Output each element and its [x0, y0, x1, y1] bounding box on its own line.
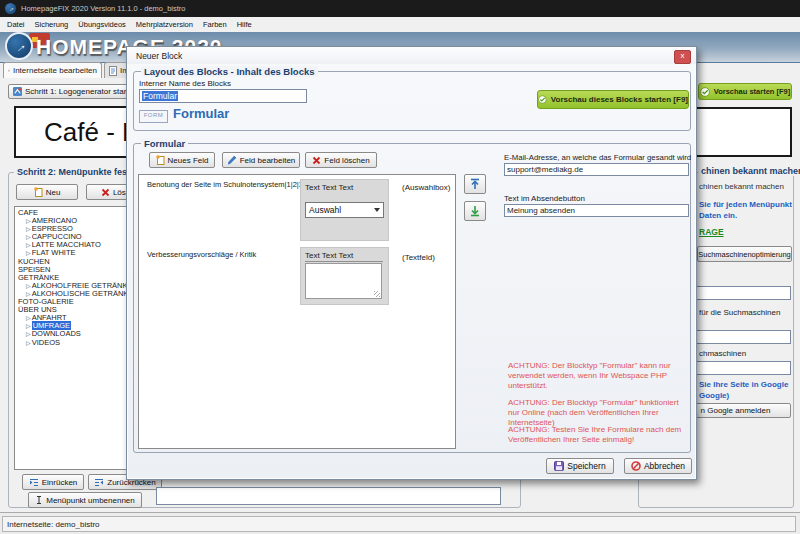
field-1-preview: Text Text Text Auswahl: [300, 179, 389, 241]
seo-button-label: Suchmaschinenoptimierung: [698, 250, 791, 259]
cancel-button[interactable]: Abbrechen: [624, 458, 692, 474]
move-field-up-button[interactable]: [464, 174, 486, 194]
rename-label: Menüpunkt umbenennen: [46, 496, 135, 505]
preview-start-button[interactable]: Vorschau starten [F9]: [698, 83, 792, 100]
field-1-caption: Text Text Text: [305, 183, 353, 192]
delete-x-icon: [312, 156, 321, 165]
menu-item-datei[interactable]: Datei: [7, 20, 25, 29]
field-2-caption: Text Text Text: [305, 251, 383, 262]
edit-field-button[interactable]: Feld bearbeiten: [222, 152, 300, 168]
delete-field-button[interactable]: Feld löschen: [305, 152, 377, 168]
indent-icon: [29, 478, 39, 487]
neuer-block-dialog: Neuer Block x Layout des Blocks - Inhalt…: [126, 46, 697, 480]
layout-group-label: Layout des Blocks - Inhalt des Blocks: [141, 66, 318, 77]
rename-cursor-icon: [35, 495, 43, 505]
dialog-title: Neuer Block: [136, 51, 182, 61]
field-2-type: (Textfeld): [402, 253, 435, 262]
chevron-down-icon: [374, 208, 380, 212]
send-button-text-value: Meinung absenden: [507, 206, 575, 215]
field-1-label: Benotung der Seite im Schulnotensystem|1…: [147, 180, 321, 189]
new-page-icon: [156, 155, 165, 165]
search-label-1: für die Suchmaschinen: [699, 308, 780, 317]
send-button-text-input[interactable]: Meinung absenden: [504, 204, 689, 217]
field-1-type: (Auswahlbox): [402, 183, 450, 192]
home-icon: [8, 66, 10, 75]
step3-hint-line1: Sie für jeden Menüpunkt: [699, 200, 792, 209]
tab-label: Internetseite bearbeiten: [13, 66, 97, 75]
cancel-label: Abbrechen: [644, 461, 685, 471]
rename-input[interactable]: [156, 487, 501, 505]
warning-php: ACHTUNG: Der Blocktyp "Formular" kann nu…: [508, 361, 684, 390]
delete-field-label: Feld löschen: [324, 156, 369, 165]
menu-new-button[interactable]: Neu: [16, 184, 78, 200]
step1-label: Schritt 1: Logogenerator starten: [25, 87, 138, 96]
preview-start-label: Vorschau starten [F9]: [714, 87, 791, 96]
selected-text: Formular: [142, 91, 178, 101]
email-label: E-Mail-Adresse, an welche das Formular g…: [504, 153, 691, 162]
resize-grip-icon[interactable]: [374, 291, 380, 297]
step3-group-label: chinen bekannt machen: [698, 166, 800, 176]
check-circle-icon: [538, 94, 547, 105]
window-title: HomepageFIX 2020 Version 11.1.0 - demo_b…: [21, 4, 186, 13]
warning-online: ACHTUNG: Der Blocktyp "Formular" funktio…: [508, 398, 684, 427]
form-group-label: Formular: [141, 138, 188, 149]
field-2-preview: Text Text Text: [300, 247, 389, 305]
field-1-dropdown[interactable]: Auswahl: [305, 202, 384, 218]
form-type-badge: FORM: [139, 110, 168, 123]
email-input[interactable]: support@mediakg.de: [504, 163, 689, 176]
dialog-titlebar: Neuer Block: [127, 47, 696, 64]
statusbar-text: Internetseite: demo_bistro: [2, 516, 796, 532]
google-hint-line2: Google): [699, 391, 729, 400]
field-2-label: Verbesserungsvorschläge / Kritik: [147, 250, 256, 259]
indent-button[interactable]: Einrücken: [22, 474, 84, 490]
warning-test: ACHTUNG: Testen Sie Ihre Formulare nach …: [508, 425, 684, 445]
search-label-2: chmaschinen: [699, 349, 746, 358]
outdent-icon: [94, 478, 104, 487]
tab-internetseite-bearbeiten[interactable]: Internetseite bearbeiten: [3, 62, 102, 78]
dialog-close-button[interactable]: x: [674, 50, 691, 64]
logogenerator-icon: [13, 87, 22, 96]
arrow-down-to-bottom-icon: [469, 205, 481, 217]
new-field-button[interactable]: Neues Feld: [149, 152, 215, 168]
seo-button[interactable]: Suchmaschinenoptimierung: [697, 246, 792, 262]
dropdown-value: Auswahl: [309, 205, 341, 215]
step3-text: chinen bekannt machen: [699, 182, 784, 191]
floppy-disk-icon: [554, 461, 564, 471]
pencil-icon: [227, 155, 237, 165]
menu-item-mehrplatzversion[interactable]: Mehrplatzversion: [136, 20, 193, 29]
document-icon: [109, 66, 117, 76]
arrow-up-to-top-icon: [469, 178, 481, 190]
google-register-label: n Google anmelden: [701, 406, 771, 415]
field-list-panel: Benotung der Seite im Schulnotensystem|1…: [138, 174, 456, 449]
cancel-icon: [631, 461, 641, 471]
new-button-label: Neu: [46, 188, 61, 197]
save-label: Speichern: [567, 461, 605, 471]
block-type-name: Formular: [173, 106, 229, 121]
menu-item-farben[interactable]: Farben: [203, 20, 227, 29]
app-window: → HomepageFIX 2020 Version 11.1.0 - demo…: [0, 0, 800, 534]
edit-field-label: Feld bearbeiten: [240, 156, 296, 165]
indent-label: Einrücken: [42, 478, 78, 487]
menubar: Datei Sicherung Übungsvideos Mehrplatzve…: [0, 17, 800, 32]
save-button[interactable]: Speichern: [546, 458, 614, 474]
selected-page-link[interactable]: RAGE: [699, 227, 724, 237]
rename-menu-item-button[interactable]: Menüpunkt umbenennen: [28, 492, 142, 508]
app-icon: →: [5, 3, 16, 14]
move-field-down-button[interactable]: [464, 201, 486, 221]
menu-item-uebungsvideos[interactable]: Übungsvideos: [78, 20, 126, 29]
new-page-icon: [34, 187, 43, 197]
menu-item-sicherung[interactable]: Sicherung: [35, 20, 69, 29]
block-name-input[interactable]: Formular: [139, 89, 307, 103]
step3-hint-line2: Daten ein.: [699, 211, 737, 220]
window-titlebar: → HomepageFIX 2020 Version 11.1.0 - demo…: [0, 0, 800, 17]
field-2-textarea[interactable]: [305, 263, 382, 299]
block-name-label: Interner Name des Blocks: [139, 79, 231, 88]
preview-block-button[interactable]: Vorschau dieses Blocks starten [F9]: [537, 90, 689, 109]
menu-item-hilfe[interactable]: Hilfe: [237, 20, 252, 29]
preview-block-label: Vorschau dieses Blocks starten [F9]: [551, 95, 688, 104]
send-button-text-label: Text im Absendebutton: [504, 194, 585, 203]
logo-arrow-icon: →: [5, 32, 33, 60]
delete-x-icon: [101, 188, 110, 197]
statusbar: Internetseite: demo_bistro: [0, 512, 800, 534]
check-circle-icon: [700, 87, 710, 97]
